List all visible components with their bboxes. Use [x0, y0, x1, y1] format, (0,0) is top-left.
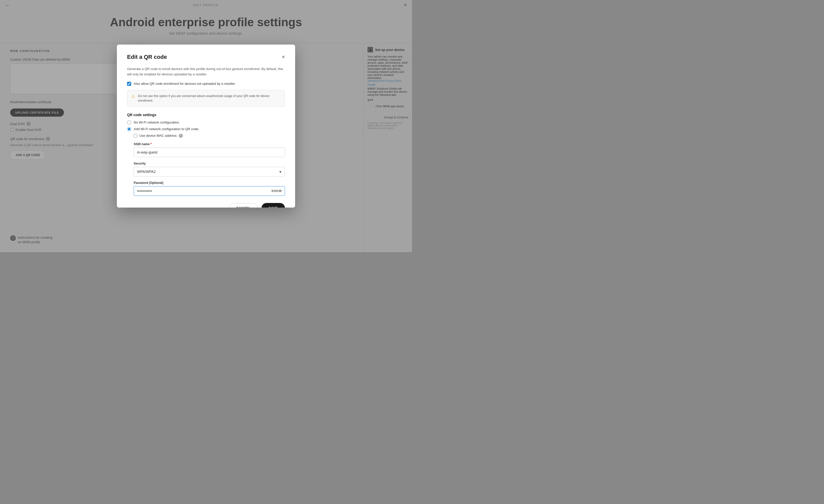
password-wrapper: SHOW: [134, 186, 285, 196]
wifi-options: Use device MAC address i SSID name * Sec…: [134, 134, 285, 196]
security-label: Security: [134, 162, 285, 165]
qr-settings-title: QR code settings: [127, 113, 285, 117]
modal-header: Edit a QR code ×: [127, 54, 285, 60]
save-button[interactable]: SAVE: [262, 203, 285, 208]
security-field-group: Security None WPA/WPA2 WEP ▾: [134, 162, 285, 177]
show-password-button[interactable]: SHOW: [272, 189, 282, 193]
mac-info-icon[interactable]: i: [179, 134, 183, 138]
security-select[interactable]: None WPA/WPA2 WEP: [134, 167, 285, 177]
modal-footer: CANCEL SAVE: [127, 203, 285, 208]
cancel-button[interactable]: CANCEL: [229, 203, 258, 208]
mac-address-label: Use device MAC address: [139, 134, 177, 137]
add-wifi-label: Add Wi-Fi network configuration to QR co…: [134, 127, 199, 131]
add-wifi-radio[interactable]: [127, 127, 131, 131]
reseller-checkbox-row: Also allow QR code enrollment for device…: [127, 82, 285, 86]
reseller-checkbox-label: Also allow QR code enrollment for device…: [134, 82, 235, 86]
warning-text: Do not use this option if you are concer…: [138, 94, 281, 103]
warning-box: ⚠ Do not use this option if you are conc…: [127, 90, 285, 107]
password-field-group: Password (Optional) SHOW: [134, 181, 285, 196]
modal-description: Generate a QR code to enroll devices wit…: [127, 67, 285, 77]
password-input[interactable]: [134, 186, 285, 196]
no-wifi-radio-row: No Wi-Fi network configuration.: [127, 120, 285, 124]
mac-row: Use device MAC address i: [134, 134, 285, 138]
ssid-required: *: [150, 142, 152, 146]
no-wifi-label: No Wi-Fi network configuration.: [134, 120, 180, 124]
add-wifi-radio-row: Add Wi-Fi network configuration to QR co…: [127, 127, 285, 131]
ssid-label: SSID name *: [134, 142, 285, 146]
security-select-wrapper: None WPA/WPA2 WEP ▾: [134, 167, 285, 177]
modal-close-icon: ×: [282, 54, 285, 60]
warning-icon: ⚠: [131, 94, 135, 99]
ssid-field-group: SSID name *: [134, 142, 285, 157]
modal-overlay: Edit a QR code × Generate a QR code to e…: [0, 0, 412, 252]
reseller-checkbox[interactable]: [127, 82, 131, 86]
mac-address-checkbox[interactable]: [134, 134, 137, 137]
edit-qr-modal: Edit a QR code × Generate a QR code to e…: [117, 44, 295, 208]
ssid-input[interactable]: [134, 147, 285, 157]
modal-close-button[interactable]: ×: [282, 54, 285, 60]
modal-title: Edit a QR code: [127, 54, 167, 60]
no-wifi-radio[interactable]: [127, 120, 131, 124]
password-label: Password (Optional): [134, 181, 285, 185]
